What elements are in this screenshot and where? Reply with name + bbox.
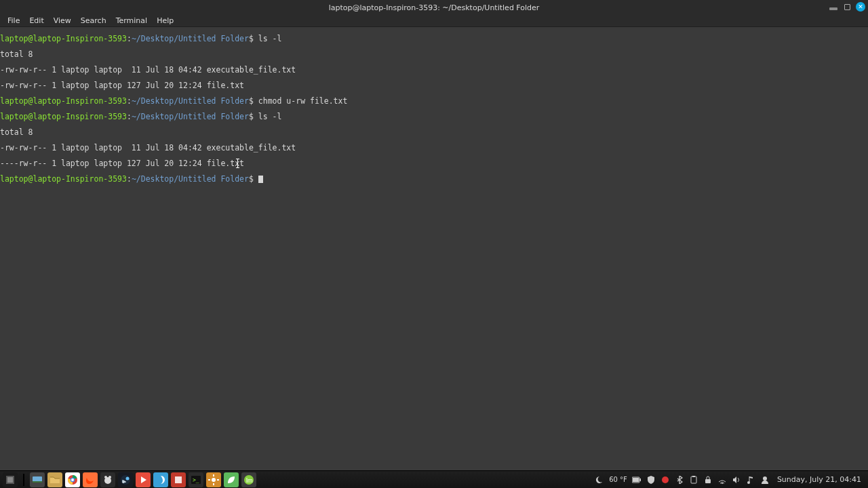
volume-icon[interactable] <box>732 475 741 485</box>
firefox-icon <box>85 474 96 485</box>
clock[interactable]: Sunday, July 21, 04:41 <box>774 475 861 484</box>
prompt-sigil: $ <box>249 34 254 43</box>
svg-point-35 <box>763 476 767 481</box>
svg-rect-28 <box>633 478 639 482</box>
svg-rect-32 <box>705 479 711 483</box>
prompt-sigil: $ <box>249 174 254 184</box>
prompt-path: ~/Desktop/Untitled Folder <box>132 96 249 106</box>
cmd-chmod: chmod u-rw file.txt <box>254 96 347 106</box>
play-icon <box>138 474 149 485</box>
launcher-leaf[interactable] <box>224 472 239 487</box>
menu-edit[interactable]: Edit <box>24 15 48 26</box>
ls1-total: total 8 <box>0 49 33 59</box>
prompt-path: ~/Desktop/Untitled Folder <box>132 34 249 43</box>
leaf-icon <box>226 474 237 485</box>
user-icon[interactable] <box>760 475 770 485</box>
menu-search[interactable]: Search <box>76 15 111 26</box>
svg-rect-3 <box>33 481 42 483</box>
start-menu-button[interactable] <box>3 472 18 487</box>
clipboard-icon[interactable] <box>689 475 698 485</box>
terminal-icon: >_ <box>191 474 201 485</box>
chrome-icon <box>67 474 78 485</box>
steam-icon <box>120 474 131 485</box>
svg-point-33 <box>722 483 723 484</box>
weather-text[interactable]: 60 °F <box>609 476 627 483</box>
menu-help[interactable]: Help <box>152 15 178 26</box>
prompt-userhost: laptop@laptop-Inspiron-3593 <box>0 96 127 106</box>
window-close-button[interactable]: ✕ <box>856 2 865 12</box>
window-title: laptop@laptop-Inspiron-3593: ~/Desktop/U… <box>329 3 540 12</box>
weather-icon[interactable] <box>595 475 604 485</box>
window-minimize-button[interactable] <box>829 2 838 12</box>
svg-rect-16 <box>175 476 182 483</box>
launcher-mint[interactable]: lm <box>241 472 256 487</box>
battery-icon[interactable] <box>632 475 642 485</box>
terminal-viewport[interactable]: laptop@laptop-Inspiron-3593:~/Desktop/Un… <box>0 27 868 470</box>
system-tray: 60 °F Sunday, July 21, 04: <box>595 475 865 485</box>
svg-point-19 <box>212 478 216 482</box>
svg-rect-30 <box>691 476 696 483</box>
menubar: File Edit View Search Terminal Help <box>0 15 868 27</box>
launcher-red[interactable] <box>171 472 186 487</box>
menu-file[interactable]: File <box>3 15 24 26</box>
launcher-chrome[interactable] <box>65 472 80 487</box>
window-maximize-button[interactable] <box>842 2 852 12</box>
cmd-ls-2: ls -l <box>254 112 282 121</box>
shield-icon[interactable] <box>646 475 656 485</box>
text-cursor-ibeam-icon <box>237 159 238 168</box>
svg-point-10 <box>108 476 111 479</box>
svg-text:>_: >_ <box>193 477 199 483</box>
maximize-icon <box>844 4 850 10</box>
launcher-files[interactable] <box>47 472 62 487</box>
cmd-current <box>254 174 258 184</box>
folder-icon <box>50 474 60 485</box>
lock-icon[interactable] <box>703 475 713 485</box>
network-icon[interactable] <box>717 475 727 485</box>
square-icon <box>173 474 184 485</box>
menu-view[interactable]: View <box>49 15 76 26</box>
terminal-cursor <box>258 176 263 183</box>
svg-rect-1 <box>7 477 13 483</box>
record-icon[interactable] <box>660 475 670 485</box>
ls2-total: total 8 <box>0 127 33 137</box>
svg-rect-31 <box>692 476 695 477</box>
launcher-settings[interactable] <box>206 472 221 487</box>
prompt-sep: : <box>127 34 132 43</box>
menu-terminal[interactable]: Terminal <box>111 15 153 26</box>
launcher-firefox[interactable] <box>83 472 98 487</box>
start-icon <box>5 475 15 485</box>
taskbar: >_ lm 60 °F <box>0 470 868 488</box>
music-icon[interactable] <box>746 475 755 485</box>
mouse-icon <box>102 474 113 485</box>
minimize-icon <box>829 7 837 10</box>
svg-rect-22 <box>208 479 210 481</box>
prompt-userhost: laptop@laptop-Inspiron-3593 <box>0 174 127 184</box>
swirl-icon <box>155 474 166 485</box>
ls1-line2: -rw-rw-r-- 1 laptop laptop 127 Jul 20 12… <box>0 81 244 90</box>
close-icon: ✕ <box>858 4 863 10</box>
svg-rect-20 <box>213 474 214 476</box>
taskbar-separator <box>23 474 24 486</box>
prompt-path: ~/Desktop/Untitled Folder <box>132 112 249 121</box>
prompt-userhost: laptop@laptop-Inspiron-3593 <box>0 112 127 121</box>
launcher-video[interactable] <box>136 472 151 487</box>
launcher-steam[interactable] <box>118 472 133 487</box>
launcher-xfce[interactable] <box>100 472 115 487</box>
launcher-terminal[interactable]: >_ <box>189 472 203 487</box>
launcher-show-desktop[interactable] <box>30 472 45 487</box>
cog-icon <box>208 474 219 485</box>
svg-point-34 <box>747 481 750 484</box>
svg-point-29 <box>662 476 669 483</box>
svg-marker-15 <box>141 476 146 483</box>
prompt-path: ~/Desktop/Untitled Folder <box>132 174 249 184</box>
prompt-sigil: $ <box>249 112 254 121</box>
ls2-line2: ----rw-r-- 1 laptop laptop 127 Jul 20 12… <box>0 159 244 168</box>
bluetooth-icon[interactable] <box>675 475 684 485</box>
svg-point-6 <box>71 479 74 481</box>
svg-rect-27 <box>639 479 641 481</box>
launcher-swirl[interactable] <box>153 472 168 487</box>
svg-point-9 <box>104 476 107 479</box>
cmd-ls-1: ls -l <box>254 34 282 43</box>
prompt-sigil: $ <box>249 96 254 106</box>
svg-text:lm: lm <box>246 477 253 484</box>
